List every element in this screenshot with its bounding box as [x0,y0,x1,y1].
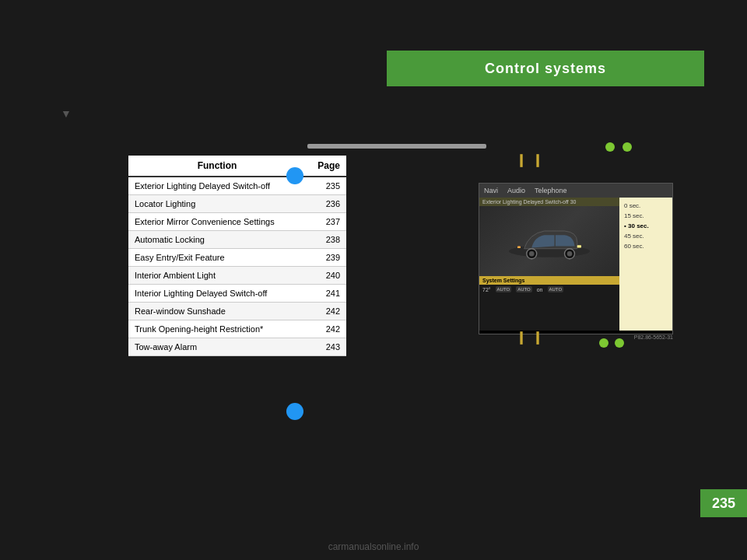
temp-display: 72° [482,287,491,292]
bracket-right-bottom: ❙ [532,330,542,345]
bracket-bottom: ❙ ❙ [516,330,542,345]
on-status: on [537,287,543,292]
header-banner: Control systems [387,51,704,86]
table-row: Locator Lighting236 [128,195,346,213]
table-cell-function: Tow-away Alarm [128,338,306,356]
auto-btn-3[interactable]: AUTO [548,286,564,292]
table-cell-function: Rear-window Sunshade [128,303,306,320]
table-cell-page: 243 [306,338,346,356]
table-cell-page: 241 [306,285,346,303]
time-option-15[interactable]: 15 sec. [622,211,669,221]
nav-item-audio[interactable]: Audio [507,187,525,194]
table-row: Automatic Locking238 [128,231,346,249]
svg-rect-6 [517,247,521,249]
screen-caption: P82.86-5652-31 [479,334,673,340]
table-row: Exterior Lighting Delayed Switch-off235 [128,177,346,195]
bracket-right-top: ❙ [532,152,542,167]
time-option-30[interactable]: 30 sec. [622,221,669,231]
table-cell-function: Interior Lighting Delayed Switch-off [128,285,306,303]
function-table: Function Page Exterior Lighting Delayed … [128,156,346,356]
time-option-45[interactable]: 45 sec. [622,231,669,241]
header-title: Control systems [485,61,606,77]
green-dot-bottom-2 [615,338,624,348]
nav-item-telephone[interactable]: Telephone [535,187,567,194]
screen-left-panel: Exterior Lighting Delayed Switch-off 30 [479,198,619,331]
table-row: Interior Ambient Light240 [128,267,346,285]
table-cell-page: 238 [306,231,346,249]
svg-point-4 [567,251,573,257]
table-row: Interior Lighting Delayed Switch-off241 [128,285,346,303]
table-row: Tow-away Alarm243 [128,338,346,356]
table-cell-function: Locator Lighting [128,195,306,213]
table-cell-page: 236 [306,195,346,213]
nav-item-navi[interactable]: Navi [484,187,498,194]
bracket-top: ❙ ❙ [516,152,542,167]
table-cell-page: 240 [306,267,346,285]
table-cell-function: Easy Entry/Exit Feature [128,249,306,267]
table-cell-page: 237 [306,213,346,231]
screen-right-panel: 0 sec. 15 sec. 30 sec. 45 sec. 60 sec. [619,198,672,331]
divider-line [307,144,486,149]
time-option-0[interactable]: 0 sec. [622,201,669,211]
table-row: Trunk Opening-height Restriction*242 [128,320,346,338]
table-cell-page: 235 [306,177,346,195]
auto-btn-2[interactable]: AUTO [516,286,532,292]
table-row: Rear-window Sunshade242 [128,303,346,320]
system-settings-label: System Settings [479,276,619,285]
svg-rect-5 [577,245,581,247]
table-cell-page: 242 [306,320,346,338]
table-cell-function: Automatic Locking [128,231,306,249]
green-dot-bottom-1 [599,338,608,348]
screen-title-bar: Exterior Lighting Delayed Switch-off 30 [479,198,619,206]
triangle-marker: ▼ [61,107,72,120]
footer-watermark: carmanualsonline.info [0,541,747,552]
table-cell-function: Trunk Opening-height Restriction* [128,320,306,338]
table-cell-function: Exterior Mirror Convenience Settings [128,213,306,231]
col-header-page: Page [306,156,346,177]
table-cell-page: 239 [306,249,346,267]
car-image [479,206,619,276]
time-option-60[interactable]: 60 sec. [622,241,669,251]
screen-bottom-bar: 72° AUTO AUTO on AUTO [479,285,619,294]
function-table-container: Function Page Exterior Lighting Delayed … [74,132,346,356]
bullet-1 [286,167,303,184]
table-cell-page: 242 [306,303,346,320]
page-number: 235 [700,489,747,517]
table-cell-function: Interior Ambient Light [128,267,306,285]
auto-btn-1[interactable]: AUTO [496,286,512,292]
green-dot-top-1 [605,142,615,152]
screen-nav-bar: Navi Audio Telephone [479,184,672,198]
bracket-left-bottom: ❙ [516,330,526,345]
screen-body: Exterior Lighting Delayed Switch-off 30 [479,198,672,331]
bracket-left-top: ❙ [516,152,526,167]
car-silhouette [499,218,600,264]
green-dot-top-2 [622,142,632,152]
col-header-function: Function [128,156,306,177]
svg-point-2 [529,251,535,257]
table-row: Exterior Mirror Convenience Settings237 [128,213,346,231]
bullet-2 [286,403,303,420]
screen-display: Navi Audio Telephone Exterior Lighting D… [479,183,673,334]
table-cell-function: Exterior Lighting Delayed Switch-off [128,177,306,195]
table-row: Easy Entry/Exit Feature239 [128,249,346,267]
